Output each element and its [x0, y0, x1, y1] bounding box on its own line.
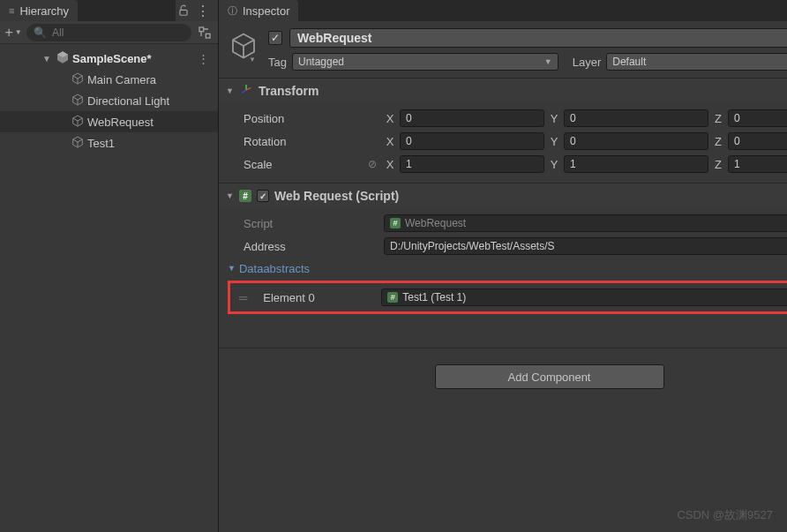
scale-y-input[interactable] — [564, 155, 708, 173]
svg-rect-2 — [206, 34, 210, 38]
scene-hierarchy-icon[interactable] — [197, 25, 213, 41]
hierarchy-item[interactable]: Test1 — [0, 132, 218, 154]
add-component-button[interactable]: Add Component — [435, 364, 664, 389]
position-label: Position — [244, 112, 380, 125]
chevron-down-icon: ▼ — [15, 28, 22, 36]
rotation-y-input[interactable] — [564, 132, 708, 150]
transform-header[interactable]: ▼ Transform ? ⇄ ⋮ — [219, 79, 787, 103]
position-z-input[interactable] — [728, 109, 787, 127]
inspector-tab-bar: ⓘ Inspector ⋮ — [219, 0, 787, 21]
webrequest-title: Web Request (Script) — [274, 189, 399, 203]
y-label: Y — [548, 158, 560, 171]
plus-icon: + — [4, 25, 12, 41]
script-value: WebRequest — [405, 217, 466, 229]
webrequest-header[interactable]: ▼ # ✓ Web Request (Script) ? ⇄ ⋮ — [219, 184, 787, 208]
x-label: X — [384, 158, 396, 171]
inspector-tab-label: Inspector — [243, 4, 289, 18]
transform-icon — [239, 83, 253, 100]
transform-component: ▼ Transform ? ⇄ ⋮ Position X Y Z Rotatio… — [219, 79, 787, 184]
add-button[interactable]: + ▼ — [5, 25, 21, 41]
tag-label: Tag — [268, 56, 287, 69]
search-icon: 🔍 — [34, 26, 47, 39]
hierarchy-item[interactable]: Main Camera — [0, 69, 218, 90]
transform-title: Transform — [259, 84, 319, 98]
hierarchy-item-selected[interactable]: WebRequest — [0, 111, 218, 132]
chevron-down-icon[interactable]: ▼ — [226, 86, 234, 95]
hierarchy-panel: ≡ Hierarchy ⋮ + ▼ 🔍 ▼ SampleScene* ⋮ Mai… — [0, 0, 219, 532]
array-label: Dataabstracts — [239, 262, 310, 275]
address-label: Address — [244, 240, 380, 253]
x-label: X — [384, 112, 396, 125]
object-name-input[interactable] — [289, 28, 787, 48]
layer-value: Default — [612, 56, 646, 68]
svg-rect-1 — [199, 27, 204, 32]
scale-x-input[interactable] — [400, 155, 544, 173]
watermark: CSDN @故渊9527 — [677, 507, 773, 523]
position-y-input[interactable] — [564, 109, 708, 127]
constrain-icon[interactable]: ⊘ — [368, 158, 377, 170]
rotation-row: Rotation X Y Z — [244, 130, 787, 153]
chevron-down-icon[interactable]: ▼ — [226, 191, 234, 200]
address-input[interactable] — [384, 237, 787, 255]
search-field[interactable]: 🔍 — [26, 24, 191, 41]
rotation-label: Rotation — [244, 135, 380, 148]
kebab-menu-icon[interactable]: ⋮ — [195, 3, 211, 19]
element0-highlight: ═ Element 0 # Test1 (Test 1) ⊙ — [228, 281, 787, 314]
z-label: Z — [712, 158, 724, 171]
hierarchy-tab[interactable]: ≡ Hierarchy — [0, 0, 78, 21]
script-field[interactable]: # WebRequest ⊙ — [384, 214, 787, 232]
hierarchy-tab-bar: ≡ Hierarchy ⋮ — [0, 0, 218, 21]
element0-label: Element 0 — [258, 291, 374, 304]
address-row: Address — [244, 235, 787, 258]
scale-row: Scale ⊘ X Y Z — [244, 153, 787, 176]
layer-dropdown[interactable]: Default ▼ — [606, 53, 787, 71]
hierarchy-tree: ▼ SampleScene* ⋮ Main Camera Directional… — [0, 44, 218, 157]
drag-handle-icon[interactable]: ═ — [234, 291, 251, 304]
rotation-z-input[interactable] — [728, 132, 787, 150]
chevron-down-icon: ▼ — [544, 57, 552, 66]
tag-dropdown[interactable]: Untagged ▼ — [292, 53, 558, 71]
script-icon: # — [239, 190, 251, 202]
info-icon: ⓘ — [228, 4, 237, 18]
scene-icon — [56, 50, 70, 67]
position-x-input[interactable] — [400, 109, 544, 127]
item-label: Directional Light — [87, 94, 169, 108]
svg-rect-0 — [180, 10, 187, 15]
item-label: Main Camera — [87, 73, 156, 86]
position-row: Position X Y Z — [244, 107, 787, 130]
hierarchy-toolbar: + ▼ 🔍 — [0, 21, 218, 44]
unlock-icon[interactable] — [176, 3, 191, 19]
element0-value: Test1 (Test 1) — [402, 291, 466, 303]
z-label: Z — [712, 112, 724, 125]
scene-row[interactable]: ▼ SampleScene* ⋮ — [0, 48, 218, 69]
gameobject-icon — [71, 93, 85, 109]
chevron-down-icon: ▼ — [249, 56, 256, 64]
script-label: Script — [244, 217, 380, 230]
chevron-down-icon[interactable]: ▼ — [42, 54, 53, 64]
inspector-panel: ⓘ Inspector ⋮ ▼ ✓ Static ▼ Tag — [219, 0, 787, 532]
z-label: Z — [712, 135, 724, 148]
inspector-tab[interactable]: ⓘ Inspector — [219, 0, 298, 21]
element0-field[interactable]: # Test1 (Test 1) ⊙ — [381, 288, 787, 306]
script-icon: # — [387, 292, 398, 303]
search-input[interactable] — [52, 26, 184, 39]
hierarchy-item[interactable]: Directional Light — [0, 90, 218, 111]
chevron-down-icon[interactable]: ▼ — [228, 264, 236, 273]
item-label: Test1 — [87, 137, 115, 150]
kebab-menu-icon[interactable]: ⋮ — [195, 50, 211, 66]
scale-label: Scale ⊘ — [244, 158, 380, 171]
rotation-x-input[interactable] — [400, 132, 544, 150]
gameobject-icon — [71, 114, 85, 131]
gameobject-icon[interactable]: ▼ — [226, 28, 261, 64]
array-buttons: + − — [244, 319, 787, 341]
component-enabled-checkbox[interactable]: ✓ — [257, 190, 269, 202]
dataabstracts-header[interactable]: ▼ Dataabstracts — [228, 258, 787, 279]
script-row: Script # WebRequest ⊙ — [244, 212, 787, 235]
script-icon: # — [390, 218, 401, 229]
scene-name: SampleScene* — [72, 52, 152, 65]
x-label: X — [384, 135, 396, 148]
tag-value: Untagged — [298, 56, 344, 68]
enabled-checkbox[interactable]: ✓ — [268, 31, 282, 45]
scale-z-input[interactable] — [728, 155, 787, 173]
y-label: Y — [548, 135, 560, 148]
